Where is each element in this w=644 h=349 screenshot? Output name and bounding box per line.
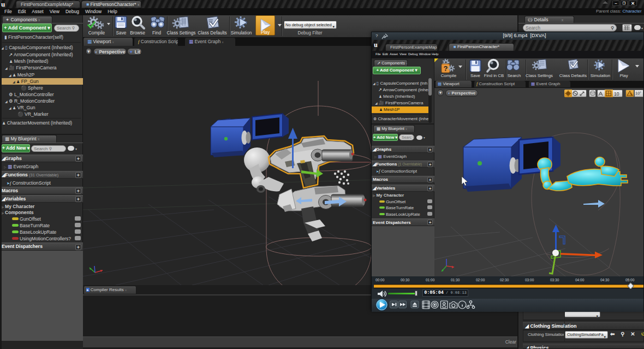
svg-text:?: ? [444, 64, 448, 73]
svg-text:10: 10 [614, 91, 619, 97]
